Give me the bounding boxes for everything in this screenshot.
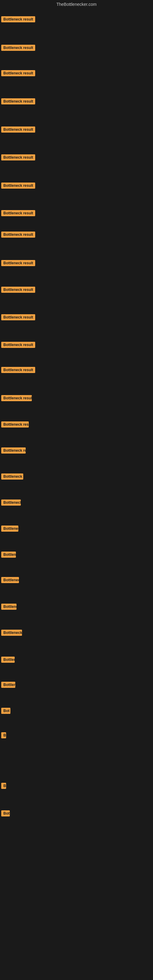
bottleneck-badge[interactable]: Bottleneck: [1, 525, 18, 531]
bottleneck-badge[interactable]: Bottlene: [1, 552, 16, 558]
bottleneck-badge[interactable]: Bottleneck res: [1, 630, 22, 636]
list-item: Bottleneck result: [1, 98, 35, 106]
list-item: Bottlene: [1, 657, 15, 664]
list-item: Bottleneck result: [1, 154, 35, 162]
bottleneck-badge[interactable]: Bottleneck result: [1, 45, 35, 51]
bottleneck-badge[interactable]: B: [1, 783, 6, 789]
list-item: Bottleneck result: [1, 16, 35, 24]
list-item: Bottleneck result: [1, 260, 35, 267]
bottleneck-badge[interactable]: Bottleneck result: [1, 16, 35, 22]
list-item: Bottleneck result: [1, 367, 35, 374]
bottleneck-badge[interactable]: Bottleneck result: [1, 183, 35, 189]
list-item: Bottleneck: [1, 604, 16, 611]
bottleneck-badge[interactable]: Bottleneck: [1, 682, 15, 688]
bottleneck-badge[interactable]: Bottleneck result: [1, 154, 35, 161]
list-item: Bottleneck n: [1, 577, 19, 584]
bottleneck-badge[interactable]: Bottleneck result: [1, 314, 35, 320]
list-item: Bottlene: [1, 552, 16, 559]
bottleneck-badge[interactable]: Bot: [1, 708, 10, 714]
list-item: Bottleneck result: [1, 395, 32, 402]
list-item: Bottleneck result: [1, 447, 26, 455]
list-item: Bottleneck result: [1, 45, 35, 52]
list-item: Bottleneck result: [1, 286, 35, 294]
bottleneck-badge[interactable]: Bottleneck result: [1, 70, 35, 76]
bottleneck-badge[interactable]: Bottleneck: [1, 604, 16, 610]
list-item: Bottleneck result: [1, 70, 35, 78]
bottleneck-badge[interactable]: Bottleneck result: [1, 342, 35, 348]
bottleneck-badge[interactable]: Bott: [1, 810, 10, 816]
list-item: Bottleneck result: [1, 342, 35, 349]
list-item: Bottleneck result: [1, 210, 35, 218]
bottleneck-badge[interactable]: Bottleneck result: [1, 447, 26, 453]
bottleneck-badge[interactable]: Bottleneck result: [1, 98, 35, 105]
bottleneck-badge[interactable]: Bottleneck result: [1, 395, 32, 401]
bottleneck-badge[interactable]: Bottleneck r: [1, 500, 21, 506]
bottleneck-badge[interactable]: Bottleneck result: [1, 422, 29, 428]
site-header: TheBottlenecker.com: [0, 0, 153, 8]
bottleneck-badge[interactable]: Bottleneck result: [1, 232, 35, 238]
bottleneck-badge[interactable]: Bottleneck n: [1, 577, 19, 583]
bottleneck-badge[interactable]: Bottleneck result: [1, 260, 35, 266]
items-container: Bottleneck resultBottleneck resultBottle…: [0, 8, 153, 973]
list-item: Bott: [1, 810, 10, 818]
site-title: TheBottlenecker.com: [56, 2, 97, 7]
list-item: B: [1, 732, 6, 740]
list-item: Bottleneck result: [1, 314, 35, 321]
bottleneck-badge[interactable]: Bottleneck result: [1, 126, 35, 133]
list-item: Bottleneck r: [1, 500, 21, 507]
bottleneck-badge[interactable]: Bottleneck result: [1, 286, 35, 293]
list-item: B: [1, 783, 6, 790]
bottleneck-badge[interactable]: Bottleneck re: [1, 474, 23, 480]
bottleneck-badge[interactable]: B: [1, 732, 6, 738]
list-item: Bottleneck: [1, 682, 15, 689]
bottleneck-badge[interactable]: Bottleneck result: [1, 210, 35, 216]
bottleneck-badge[interactable]: Bottleneck result: [1, 367, 35, 373]
bottleneck-badge[interactable]: Bottlene: [1, 657, 15, 663]
list-item: Bot: [1, 708, 10, 715]
list-item: Bottleneck result: [1, 232, 35, 239]
list-item: Bottleneck re: [1, 474, 23, 481]
list-item: Bottleneck result: [1, 183, 35, 190]
list-item: Bottleneck result: [1, 126, 35, 134]
list-item: Bottleneck result: [1, 422, 29, 429]
list-item: Bottleneck: [1, 525, 18, 533]
page-wrapper: TheBottlenecker.com Bottleneck resultBot…: [0, 0, 153, 980]
list-item: Bottleneck res: [1, 630, 22, 637]
